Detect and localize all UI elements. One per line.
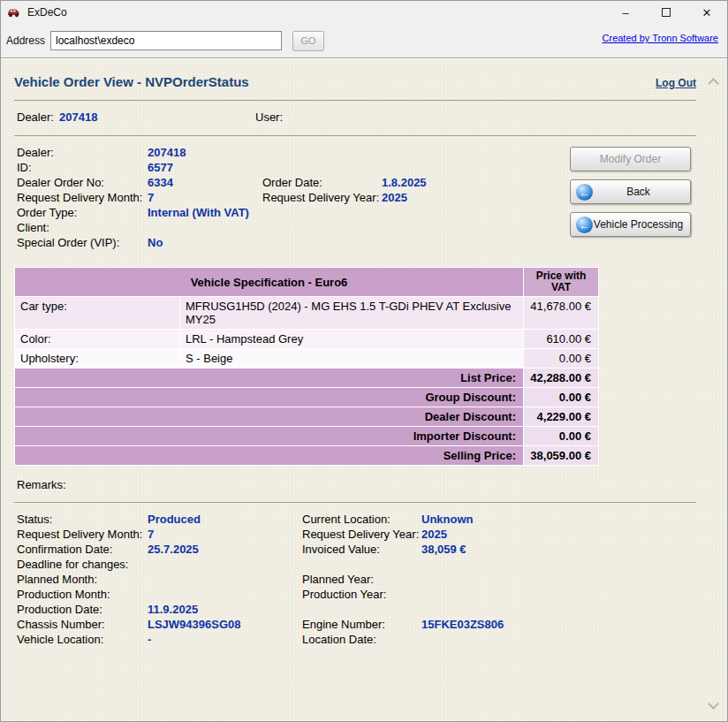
price-column-header: Price with VAT: [524, 268, 598, 296]
minimize-button[interactable]: –: [605, 1, 646, 24]
vehicle-processing-arrow-icon: ←: [576, 217, 593, 233]
field-value: 7: [148, 190, 262, 205]
credit-link[interactable]: Created by Tronn Software: [603, 33, 718, 43]
remarks-label: Remarks:: [14, 478, 696, 491]
field-value: [421, 602, 696, 617]
field-value: LSJW94396SG08: [148, 617, 302, 632]
field-label: Production Year:: [302, 587, 421, 602]
field-value: 6577: [148, 160, 262, 175]
close-button[interactable]: ✕: [686, 1, 727, 24]
total-row-price: 38,059.00 €: [524, 446, 598, 465]
field-value: 38,059 €: [421, 542, 696, 557]
back-label: Back: [610, 186, 650, 198]
address-input[interactable]: [50, 31, 282, 50]
field-label: Vehicle Location:: [17, 632, 148, 647]
address-bar: Address GO Created by Tronn Software: [1, 24, 727, 58]
field-label: Invoiced Value:: [302, 542, 421, 557]
spec-item-value: MFRUSG1H5D (2024) - MG EHS 1.5 T-GDi PHE…: [180, 297, 523, 329]
field-label: [262, 220, 382, 235]
field-label: Order Date:: [262, 175, 382, 190]
vehicle-spec-table: Vehicle Specification - Euro6 Price with…: [14, 267, 599, 466]
dealer-value: 207418: [59, 110, 255, 125]
spec-item-label: Car type:: [15, 297, 179, 329]
field-value: [421, 557, 696, 572]
total-row-price: 0.00 €: [524, 388, 598, 407]
field-label: [262, 205, 382, 220]
field-label: Status:: [17, 512, 148, 527]
field-label: Client:: [17, 220, 148, 235]
spec-item-label: Color:: [15, 330, 179, 348]
field-label: Planned Year:: [302, 572, 421, 587]
modify-order-label: Modify Order: [600, 153, 661, 165]
maximize-button[interactable]: [646, 1, 686, 24]
field-label: Special Order (VIP):: [17, 235, 148, 250]
dealer-user-row: Dealer: 207418 User:: [14, 110, 696, 125]
back-button[interactable]: ← Back: [570, 179, 691, 204]
scroll-down-icon[interactable]: [708, 698, 719, 710]
vehicle-processing-button[interactable]: ← Vehicle Processing: [570, 212, 691, 237]
back-arrow-icon: ←: [576, 184, 593, 201]
field-label: Chassis Number:: [17, 617, 148, 632]
field-value: [148, 220, 262, 235]
vehicle-processing-label: Vehicle Processing: [578, 218, 683, 231]
field-value: 15FKE03ZS806: [421, 617, 696, 632]
maximize-icon: [662, 8, 671, 17]
field-label: Dealer Order No:: [17, 175, 148, 190]
field-label: Deadline for changes:: [17, 557, 148, 572]
spec-item-label: Upholstery:: [15, 349, 179, 368]
field-value: 207418: [148, 145, 262, 160]
field-label: ID:: [17, 160, 148, 175]
modify-order-button[interactable]: Modify Order: [570, 147, 691, 171]
field-label: Request Delivery Month:: [17, 527, 148, 542]
field-value: 25.7.2025: [148, 542, 302, 557]
divider: [14, 135, 696, 136]
field-value: Internal (With VAT): [148, 205, 262, 220]
field-value: 7: [148, 527, 302, 542]
field-label: Production Date:: [17, 602, 148, 617]
field-label: Current Location:: [302, 512, 421, 527]
field-value: 2025: [421, 527, 696, 542]
spec-table-title: Vehicle Specification - Euro6: [15, 268, 523, 296]
field-label: [262, 235, 382, 250]
dealer-label: Dealer:: [17, 110, 59, 125]
field-value: Produced: [148, 512, 302, 527]
car-icon: [6, 5, 22, 19]
field-value: 6334: [148, 175, 262, 190]
logout-link[interactable]: Log Out: [656, 77, 696, 89]
total-row-price: 42,288.00 €: [524, 369, 598, 387]
total-row-label: List Price:: [15, 369, 523, 387]
field-value: [148, 557, 302, 572]
field-value: No: [148, 235, 262, 250]
total-row-label: Importer Discount:: [15, 427, 523, 445]
field-label: [302, 602, 421, 617]
title-bar: ExDeCo – ✕: [1, 1, 727, 24]
address-label: Address: [6, 34, 45, 47]
field-label: Planned Month:: [17, 572, 148, 587]
field-label: Request Delivery Month:: [17, 190, 148, 205]
field-value: [421, 587, 696, 602]
scroll-up-icon[interactable]: [708, 78, 719, 89]
field-label: Location Date:: [302, 632, 421, 647]
field-label: Dealer:: [17, 145, 148, 160]
field-value: Unknown: [421, 512, 696, 527]
total-row-label: Selling Price:: [15, 446, 523, 465]
total-row-label: Group Discount:: [15, 388, 523, 407]
field-value: [382, 235, 696, 250]
total-row-price: 0.00 €: [524, 427, 598, 445]
field-value: -: [148, 632, 302, 647]
field-label: Production Month:: [17, 587, 148, 602]
field-value: [148, 572, 302, 587]
field-value: [148, 587, 302, 602]
go-button[interactable]: GO: [292, 31, 324, 51]
total-row-price: 4,229.00 €: [524, 407, 598, 426]
action-buttons: Modify Order ← Back ← Vehicle Processing: [570, 147, 691, 237]
spec-item-value: S - Beige: [180, 349, 523, 368]
total-row-label: Dealer Discount:: [15, 407, 523, 426]
field-value: 11.9.2025: [148, 602, 302, 617]
field-label: [262, 160, 382, 175]
app-window: ExDeCo – ✕ Address GO Created by Tronn S…: [0, 0, 728, 722]
divider: [14, 502, 696, 503]
field-label: Confirmation Date:: [17, 542, 148, 557]
field-label: Engine Number:: [302, 617, 421, 632]
spec-item-price: 610.00 €: [524, 330, 598, 348]
